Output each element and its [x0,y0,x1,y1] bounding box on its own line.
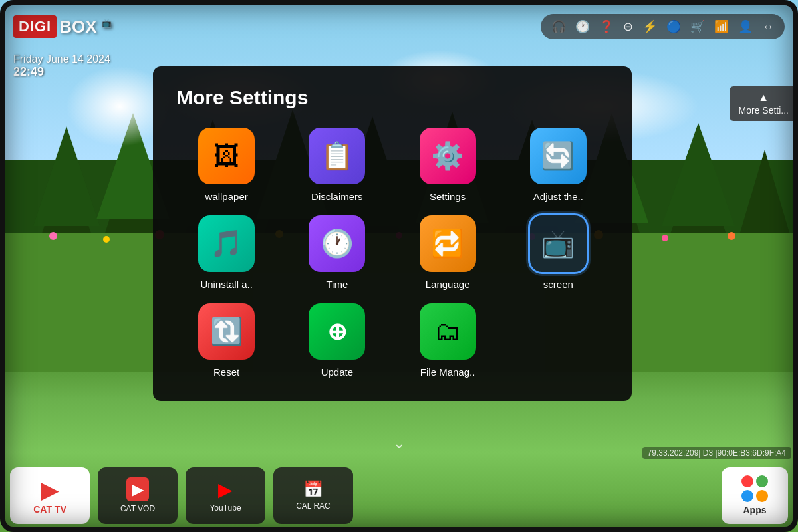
youtube-app-button[interactable]: ▶ YouTube [186,467,265,524]
wifi-icon: 📶 [714,19,729,34]
disclaimers-icon: 📋 [321,140,354,172]
wallpaper-icon: 🖼 [213,141,240,171]
logo-box: BOX 📺 [59,17,112,37]
cattv-icon: ▶ [41,476,59,504]
youtube-label: YouTube [209,503,241,513]
uninstall-label: Uninstall a.. [200,279,252,290]
screen-label: screen [543,279,573,290]
wallpaper-icon-box: 🖼 [198,128,255,184]
adjust-icon: 🔄 [541,140,575,172]
down-chevron-icon[interactable]: ⌄ [393,435,405,452]
bolt-icon: ⚡ [642,19,657,34]
reset-label: Reset [213,366,239,378]
apps-dot-green [756,475,768,487]
language-icon-box: 🔁 [420,215,476,272]
chevron-up-icon: ▲ [758,92,769,104]
filemanager-icon: 🗂 [434,317,461,346]
clock-icon: 🕐 [575,19,590,34]
calrac-icon: 📅 [303,480,323,499]
settings-grid: 🖼 wallpaper 📋 Disclaimers ⚙️ Settings 🔄 … [176,128,608,378]
cart-icon: 🛒 [690,19,705,34]
disclaimers-label: Disclaimers [311,191,363,202]
help-icon: ❓ [599,19,614,34]
cattv-app-button[interactable]: ▶ CAT TV [10,467,90,524]
cattv-label: CAT TV [33,504,66,515]
settings-item-wallpaper[interactable]: 🖼 wallpaper [176,128,277,202]
settings-panel-title: More Settings [176,86,608,109]
catvod-label: CAT VOD [120,504,155,513]
settings-item-time[interactable]: 🕐 Time [287,215,387,290]
settings-item-settings[interactable]: ⚙️ Settings [398,128,498,202]
bottom-bar: ▶ CAT TV ▶ CAT VOD ▶ YouTube 📅 CAL RAC A… [0,459,798,532]
apps-dots-grid [741,475,768,502]
date-display: Friday June 14 2024 [13,53,110,65]
filemanager-icon-box: 🗂 [420,303,476,360]
settings-gear-icon: ⚙️ [431,140,464,172]
time-icon-box: 🕐 [309,215,365,272]
language-label: Language [426,279,470,290]
uninstall-icon-box: 🎵 [198,215,255,272]
more-settings-tab-label: More Setti... [739,105,789,116]
settings-item-uninstall[interactable]: 🎵 Uninstall a.. [176,215,277,290]
adjust-label: Adjust the.. [533,191,583,202]
time-label: Time [326,279,348,290]
filemanager-label: File Manag.. [420,366,475,378]
apps-button[interactable]: Apps [722,467,788,524]
apps-dot-red [741,475,753,487]
adjust-icon-box: 🔄 [530,128,587,184]
catvod-icon: ▶ [126,477,149,501]
update-icon: ⊕ [327,318,347,346]
datetime-display: Friday June 14 2024 22:49 [13,53,110,79]
screen-icon: 📺 [541,228,575,259]
screen-icon-box: 📺 [530,215,587,272]
apps-dot-blue [741,490,753,502]
ip-bar: 79.33.202.209| D3 |90:0E:B3:6D:9F:A4 [642,447,791,459]
settings-label: Settings [430,191,466,202]
settings-item-update[interactable]: ⊕ Update [287,303,387,378]
settings-item-screen[interactable]: 📺 screen [508,215,608,290]
more-settings-tab[interactable]: ▲ More Setti... [730,86,798,121]
logo-digi: DIGI [13,15,57,38]
uninstall-icon: 🎵 [210,228,243,259]
apps-dot-orange [756,490,768,502]
time-icon: 🕐 [321,228,354,259]
settings-item-adjust[interactable]: 🔄 Adjust the.. [508,128,608,202]
calrac-app-button[interactable]: 📅 CAL RAC [273,467,353,524]
top-bar: DIGI BOX 📺 🎧 🕐 ❓ ⊖ ⚡ 🔵 🛒 📶 👤 ↔ [0,0,798,53]
update-label: Update [321,366,353,378]
reset-icon-box: 🔃 [198,303,255,360]
wallpaper-label: wallpaper [205,191,248,202]
apps-label: Apps [743,505,767,515]
minus-icon: ⊖ [623,19,633,34]
settings-item-reset[interactable]: 🔃 Reset [176,303,277,378]
settings-item-filemanager[interactable]: 🗂 File Manag.. [398,303,498,378]
calrac-label: CAL RAC [296,501,331,511]
reset-icon: 🔃 [210,316,243,347]
settings-panel: More Settings 🖼 wallpaper 📋 Disclaimers … [153,66,632,401]
status-icons-bar: 🎧 🕐 ❓ ⊖ ⚡ 🔵 🛒 📶 👤 ↔ [541,14,785,39]
settings-icon-box: ⚙️ [420,128,476,184]
settings-item-language[interactable]: 🔁 Language [398,215,498,290]
logo-area: DIGI BOX 📺 [13,15,112,38]
catvod-app-button[interactable]: ▶ CAT VOD [98,467,178,524]
user-icon: 👤 [738,19,753,34]
settings-item-disclaimers[interactable]: 📋 Disclaimers [287,128,387,202]
swap-icon: ↔ [762,20,774,34]
disclaimers-icon-box: 📋 [309,128,365,184]
update-icon-box: ⊕ [309,303,365,360]
time-display: 22:49 [13,65,110,79]
youtube-icon: ▶ [218,479,233,501]
headphones-icon: 🎧 [551,19,566,34]
language-icon: 🔁 [431,228,464,259]
bluetooth-icon: 🔵 [666,19,681,34]
